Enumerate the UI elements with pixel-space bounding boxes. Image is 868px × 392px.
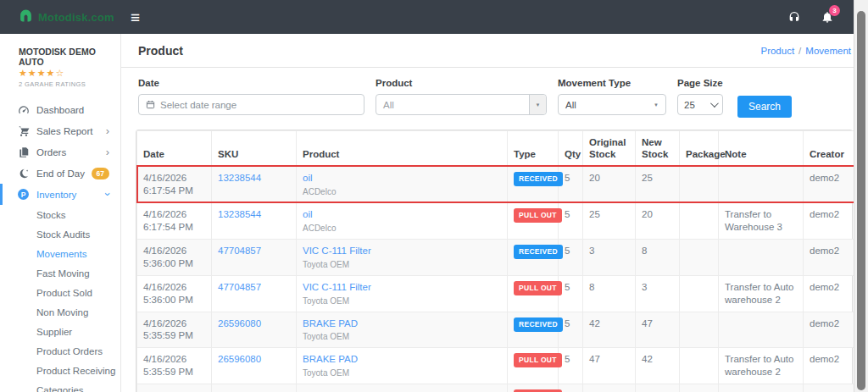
column-header-type: Type: [508, 131, 559, 167]
date-range-input[interactable]: Select date range: [138, 94, 364, 115]
table-row: 4/16/2026 6:17:54 PM 13238544 oilACDelco…: [137, 166, 854, 202]
sidebar-subitem-fast-moving[interactable]: Fast Moving: [0, 263, 120, 283]
headset-support-icon[interactable]: [787, 10, 801, 24]
vertical-scrollbar[interactable]: [854, 0, 868, 392]
product-filter-label: Product: [376, 78, 547, 88]
page-size-select[interactable]: 25: [677, 94, 723, 115]
cell-package: [680, 384, 719, 392]
product-link[interactable]: VIC C-111 Filter: [303, 282, 371, 292]
date-filter-group: Date Select date range: [138, 78, 364, 115]
cell-creator: demo2: [804, 384, 854, 392]
column-header-note: Note: [719, 131, 804, 167]
sku-link[interactable]: 13238544: [218, 173, 261, 183]
product-select-value: All: [383, 100, 394, 110]
gauge-icon: [18, 104, 30, 116]
rating-caption: 2 GARAHE RATINGS: [19, 80, 120, 88]
cell-sku: 26596080: [212, 312, 297, 348]
garage-profile: MOTODISK DEMO AUTO ★★★★☆ 2 GARAHE RATING…: [0, 47, 120, 88]
cell-new-stock: 42: [636, 348, 680, 384]
scrollbar-thumb[interactable]: [857, 11, 865, 390]
page-size-filter-label: Page Size: [677, 78, 723, 88]
breadcrumb: Product / Movement: [760, 46, 851, 56]
sidebar-item-orders[interactable]: Orders ›: [0, 141, 120, 163]
breadcrumb-parent-link[interactable]: Product: [760, 46, 794, 56]
column-header-new-stock: New Stock: [636, 131, 680, 167]
product-link[interactable]: BRAKE PAD: [303, 354, 358, 364]
search-button[interactable]: Search: [737, 96, 792, 118]
cell-package: [680, 348, 719, 384]
sidebar-subitem-product-sold[interactable]: Product Sold: [0, 283, 120, 302]
product-brand: Toyota OEM: [303, 259, 501, 270]
sidebar-subitem-supplier[interactable]: Supplier: [0, 322, 120, 341]
sidebar-subitem-stock-audits[interactable]: Stock Audits: [0, 224, 120, 244]
cell-creator: demo2: [804, 166, 854, 202]
cell-type: RECEIVED: [508, 312, 559, 348]
cell-creator: demo2: [804, 202, 854, 239]
brand-logo[interactable]: Motodisk.com: [0, 8, 121, 26]
cell-new-stock: 40: [636, 384, 680, 392]
cell-original-stock: 3: [583, 239, 636, 275]
chevron-right-icon: ›: [106, 125, 109, 136]
cell-new-stock: 3: [636, 275, 680, 312]
cell-date: 4/16/2026 6:17:54 PM: [137, 166, 212, 202]
type-badge: RECEIVED: [514, 172, 563, 186]
cell-sku: 26596080: [212, 348, 297, 384]
cell-qty: 5: [559, 275, 583, 312]
sku-link[interactable]: 26596080: [218, 318, 261, 329]
rating-stars: ★★★★☆: [19, 68, 120, 79]
sku-link[interactable]: 13238544: [218, 209, 261, 219]
sidebar-subitem-stocks[interactable]: Stocks: [0, 205, 120, 224]
cell-creator: demo2: [804, 275, 854, 312]
column-header-qty: Qty: [559, 131, 583, 167]
sidebar-item-sales-report[interactable]: Sales Report ›: [0, 120, 120, 141]
sidebar-item-inventory[interactable]: P Inventory ›: [0, 184, 120, 205]
product-select[interactable]: All ▼: [376, 94, 547, 115]
product-link[interactable]: oil: [303, 173, 313, 183]
table-row: 4/16/2026 5:31:00 PM HELMET-BELL-031 [do…: [137, 384, 854, 392]
sidebar-subitem-product-orders[interactable]: Product Orders: [0, 341, 120, 361]
cell-date: 4/16/2026 5:35:59 PM: [137, 312, 212, 348]
sidebar-item-label: Inventory: [36, 190, 76, 200]
product-link[interactable]: VIC C-111 Filter: [303, 246, 371, 256]
product-brand: ACDelco: [303, 186, 501, 197]
product-brand: Toyota OEM: [303, 367, 501, 378]
sidebar-item-end-of-day[interactable]: End of Day 67: [0, 163, 120, 184]
product-link[interactable]: BRAKE PAD: [303, 318, 358, 329]
select-arrow-icon: ▼: [529, 95, 546, 114]
hamburger-menu-icon[interactable]: ≡: [131, 9, 140, 25]
sku-link[interactable]: 47704857: [218, 246, 261, 256]
breadcrumb-separator: /: [798, 46, 801, 56]
cell-note: mali ang size: [719, 384, 804, 392]
table-row: 4/16/2026 6:17:54 PM 13238544 oilACDelco…: [137, 202, 854, 239]
cell-qty: 5: [559, 348, 583, 384]
movement-type-select[interactable]: All ▼: [558, 94, 666, 115]
column-header-sku: SKU: [212, 131, 297, 167]
breadcrumb-current-link[interactable]: Movement: [805, 46, 851, 56]
sidebar-item-dashboard[interactable]: Dashboard: [0, 99, 120, 120]
cell-type: PULL OUT: [508, 348, 559, 384]
sku-link[interactable]: 26596080: [218, 354, 261, 364]
sidebar-subitem-movements[interactable]: Movements: [0, 244, 120, 263]
cell-new-stock: 8: [636, 239, 680, 275]
notifications-bell-icon[interactable]: 3: [821, 10, 834, 24]
date-range-placeholder: Select date range: [160, 100, 236, 110]
cell-type: RECEIVED: [508, 239, 559, 275]
product-brand: Toyota OEM: [303, 331, 501, 342]
cell-type: PULL OUT: [508, 202, 559, 239]
product-filter-group: Product All ▼: [376, 78, 547, 115]
sidebar-subitem-non-moving[interactable]: Non Moving: [0, 302, 120, 322]
subitem-label: Product Sold: [36, 288, 92, 298]
movement-type-filter-group: Movement Type All ▼: [558, 78, 666, 115]
table-row: 4/16/2026 5:36:00 PM 47704857 VIC C-111 …: [137, 275, 854, 312]
sku-link[interactable]: 47704857: [218, 282, 261, 292]
cell-package: [680, 312, 719, 348]
cell-original-stock: 25: [583, 202, 636, 239]
sidebar-subitem-categories[interactable]: Categories: [0, 380, 120, 392]
type-badge: RECEIVED: [514, 245, 563, 259]
product-link[interactable]: oil: [303, 209, 313, 219]
sidebar-subitem-product-receiving[interactable]: Product Receiving: [0, 361, 120, 380]
cell-product: oilACDelco: [297, 166, 508, 202]
cell-date: 4/16/2026 5:36:00 PM: [137, 239, 212, 275]
cell-date: 4/16/2026 5:36:00 PM: [137, 275, 212, 312]
cell-original-stock: 42: [583, 312, 636, 348]
